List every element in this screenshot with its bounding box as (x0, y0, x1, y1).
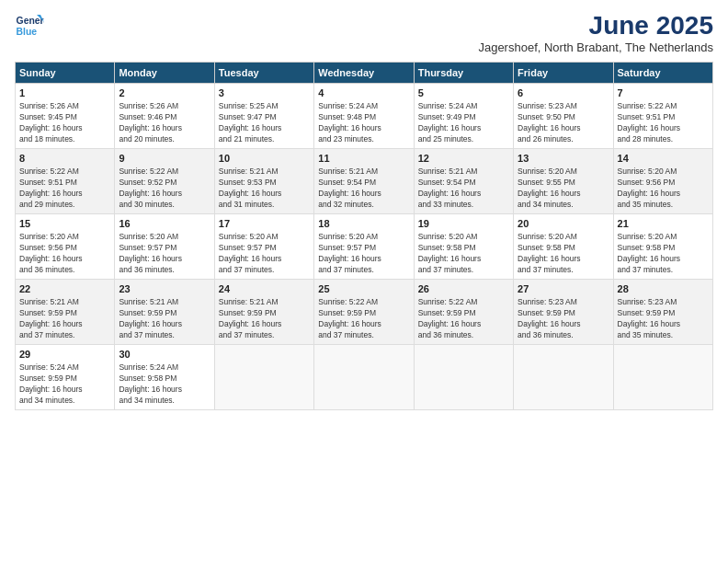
day-info: Sunrise: 5:24 AM Sunset: 9:58 PM Dayligh… (119, 362, 210, 407)
day-cell: 18Sunrise: 5:20 AM Sunset: 9:57 PM Dayli… (314, 213, 414, 279)
day-cell: 13Sunrise: 5:20 AM Sunset: 9:55 PM Dayli… (514, 148, 613, 213)
day-cell: 6Sunrise: 5:23 AM Sunset: 9:50 PM Daylig… (514, 84, 613, 149)
day-info: Sunrise: 5:24 AM Sunset: 9:59 PM Dayligh… (19, 362, 110, 407)
header-cell-thursday: Thursday (414, 63, 513, 84)
day-number: 25 (318, 282, 409, 296)
header-cell-monday: Monday (115, 63, 214, 84)
day-info: Sunrise: 5:20 AM Sunset: 9:57 PM Dayligh… (318, 232, 409, 276)
day-number: 6 (518, 86, 609, 100)
header-cell-tuesday: Tuesday (214, 63, 313, 84)
day-number: 7 (618, 86, 709, 100)
day-cell: 22Sunrise: 5:21 AM Sunset: 9:59 PM Dayli… (16, 279, 115, 344)
day-number: 11 (318, 152, 409, 166)
day-cell (414, 344, 513, 409)
day-cell: 12Sunrise: 5:21 AM Sunset: 9:54 PM Dayli… (414, 148, 513, 213)
day-info: Sunrise: 5:22 AM Sunset: 9:52 PM Dayligh… (119, 167, 210, 211)
day-info: Sunrise: 5:21 AM Sunset: 9:54 PM Dayligh… (418, 167, 509, 211)
day-info: Sunrise: 5:26 AM Sunset: 9:46 PM Dayligh… (119, 101, 210, 145)
day-number: 14 (618, 152, 709, 166)
day-number: 18 (318, 217, 409, 231)
day-cell: 26Sunrise: 5:22 AM Sunset: 9:59 PM Dayli… (414, 279, 513, 344)
day-number: 16 (119, 217, 210, 231)
header-cell-sunday: Sunday (16, 63, 115, 84)
day-cell: 4Sunrise: 5:24 AM Sunset: 9:48 PM Daylig… (314, 84, 414, 149)
day-info: Sunrise: 5:22 AM Sunset: 9:51 PM Dayligh… (618, 101, 709, 145)
day-number: 30 (119, 348, 210, 362)
day-cell: 8Sunrise: 5:22 AM Sunset: 9:51 PM Daylig… (16, 148, 115, 213)
day-cell (514, 344, 613, 409)
day-cell: 24Sunrise: 5:21 AM Sunset: 9:59 PM Dayli… (214, 279, 313, 344)
day-info: Sunrise: 5:21 AM Sunset: 9:59 PM Dayligh… (19, 297, 110, 341)
day-cell: 7Sunrise: 5:22 AM Sunset: 9:51 PM Daylig… (613, 84, 712, 149)
day-number: 3 (219, 86, 310, 100)
day-info: Sunrise: 5:20 AM Sunset: 9:58 PM Dayligh… (618, 232, 709, 276)
day-info: Sunrise: 5:22 AM Sunset: 9:59 PM Dayligh… (418, 297, 509, 341)
day-number: 19 (418, 217, 509, 231)
day-info: Sunrise: 5:21 AM Sunset: 9:59 PM Dayligh… (119, 297, 210, 341)
day-cell: 1Sunrise: 5:26 AM Sunset: 9:45 PM Daylig… (16, 84, 115, 149)
day-cell: 28Sunrise: 5:23 AM Sunset: 9:59 PM Dayli… (613, 279, 712, 344)
day-number: 17 (219, 217, 310, 231)
day-cell: 9Sunrise: 5:22 AM Sunset: 9:52 PM Daylig… (115, 148, 214, 213)
day-cell (314, 344, 414, 409)
main-title: June 2025 (478, 11, 713, 40)
day-cell: 5Sunrise: 5:24 AM Sunset: 9:49 PM Daylig… (414, 84, 513, 149)
day-info: Sunrise: 5:20 AM Sunset: 9:56 PM Dayligh… (618, 167, 709, 211)
day-number: 27 (518, 282, 609, 296)
day-info: Sunrise: 5:21 AM Sunset: 9:59 PM Dayligh… (219, 297, 310, 341)
day-info: Sunrise: 5:23 AM Sunset: 9:50 PM Dayligh… (518, 101, 609, 145)
week-row-3: 15Sunrise: 5:20 AM Sunset: 9:56 PM Dayli… (16, 213, 713, 279)
day-cell (214, 344, 313, 409)
day-cell: 14Sunrise: 5:20 AM Sunset: 9:56 PM Dayli… (613, 148, 712, 213)
day-cell: 21Sunrise: 5:20 AM Sunset: 9:58 PM Dayli… (613, 213, 712, 279)
header-cell-friday: Friday (514, 63, 613, 84)
page-header: General Blue June 2025 Jagershoef, North… (15, 11, 713, 54)
day-number: 20 (518, 217, 609, 231)
calendar-table: SundayMondayTuesdayWednesdayThursdayFrid… (15, 62, 713, 410)
day-number: 8 (19, 152, 110, 166)
day-info: Sunrise: 5:24 AM Sunset: 9:49 PM Dayligh… (418, 101, 509, 145)
day-info: Sunrise: 5:25 AM Sunset: 9:47 PM Dayligh… (219, 101, 310, 145)
day-info: Sunrise: 5:20 AM Sunset: 9:57 PM Dayligh… (119, 232, 210, 276)
day-info: Sunrise: 5:20 AM Sunset: 9:58 PM Dayligh… (518, 232, 609, 276)
day-info: Sunrise: 5:20 AM Sunset: 9:58 PM Dayligh… (418, 232, 509, 276)
day-cell: 17Sunrise: 5:20 AM Sunset: 9:57 PM Dayli… (214, 213, 313, 279)
day-number: 22 (19, 282, 110, 296)
header-row: SundayMondayTuesdayWednesdayThursdayFrid… (16, 63, 713, 84)
day-number: 12 (418, 152, 509, 166)
day-number: 15 (19, 217, 110, 231)
day-number: 26 (418, 282, 509, 296)
day-number: 4 (318, 86, 409, 100)
day-cell: 19Sunrise: 5:20 AM Sunset: 9:58 PM Dayli… (414, 213, 513, 279)
day-info: Sunrise: 5:21 AM Sunset: 9:53 PM Dayligh… (219, 167, 310, 211)
day-info: Sunrise: 5:20 AM Sunset: 9:55 PM Dayligh… (518, 167, 609, 211)
day-number: 21 (618, 217, 709, 231)
day-number: 5 (418, 86, 509, 100)
day-number: 28 (618, 282, 709, 296)
day-number: 23 (119, 282, 210, 296)
day-info: Sunrise: 5:24 AM Sunset: 9:48 PM Dayligh… (318, 101, 409, 145)
day-cell: 11Sunrise: 5:21 AM Sunset: 9:54 PM Dayli… (314, 148, 414, 213)
day-number: 1 (19, 86, 110, 100)
day-number: 24 (219, 282, 310, 296)
subtitle: Jagershoef, North Brabant, The Netherlan… (478, 40, 713, 54)
week-row-4: 22Sunrise: 5:21 AM Sunset: 9:59 PM Dayli… (16, 279, 713, 344)
header-cell-saturday: Saturday (613, 63, 712, 84)
day-cell: 15Sunrise: 5:20 AM Sunset: 9:56 PM Dayli… (16, 213, 115, 279)
day-number: 13 (518, 152, 609, 166)
day-cell: 25Sunrise: 5:22 AM Sunset: 9:59 PM Dayli… (314, 279, 414, 344)
day-cell: 27Sunrise: 5:23 AM Sunset: 9:59 PM Dayli… (514, 279, 613, 344)
title-block: June 2025 Jagershoef, North Brabant, The… (478, 11, 713, 54)
day-number: 10 (219, 152, 310, 166)
day-cell (613, 344, 712, 409)
header-cell-wednesday: Wednesday (314, 63, 414, 84)
week-row-2: 8Sunrise: 5:22 AM Sunset: 9:51 PM Daylig… (16, 148, 713, 213)
logo-icon: General Blue (15, 11, 44, 40)
day-info: Sunrise: 5:22 AM Sunset: 9:59 PM Dayligh… (318, 297, 409, 341)
day-info: Sunrise: 5:20 AM Sunset: 9:57 PM Dayligh… (219, 232, 310, 276)
week-row-1: 1Sunrise: 5:26 AM Sunset: 9:45 PM Daylig… (16, 84, 713, 149)
svg-text:Blue: Blue (17, 27, 38, 37)
logo: General Blue (15, 11, 44, 40)
day-info: Sunrise: 5:23 AM Sunset: 9:59 PM Dayligh… (518, 297, 609, 341)
day-cell: 20Sunrise: 5:20 AM Sunset: 9:58 PM Dayli… (514, 213, 613, 279)
